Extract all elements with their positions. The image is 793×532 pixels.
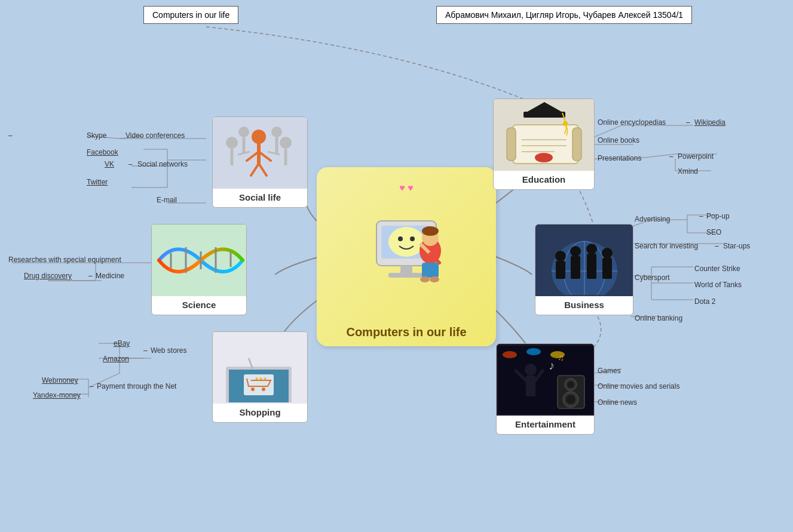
drug-label: Drug discovery [24,272,72,280]
svg-point-117 [602,248,613,259]
title-left-box: Computers in our life [143,6,238,24]
facebook-label: Facebook [87,148,118,156]
svg-rect-64 [422,263,439,278]
video-conf-label: Video conferences [125,131,185,140]
social-illustration [214,119,307,187]
xmind-label: Xmind [678,167,698,176]
title-left: Computers in our life [152,10,229,20]
science-label: Science [152,296,246,315]
news-label: Online news [598,398,637,407]
vk-label: VK [105,160,114,168]
svg-point-130 [566,395,575,404]
seo-label: SEO [706,228,721,236]
svg-rect-57 [400,266,412,273]
svg-point-91 [251,388,255,391]
svg-point-54 [388,227,424,257]
dash-drug: – [88,272,93,280]
dash-wiki: – [686,118,690,127]
svg-rect-118 [602,258,612,279]
entertainment-visual: ♪ ♫ [497,344,594,416]
entertainment-label: Entertainment [497,416,594,434]
presentations-label: Presentations [598,154,641,162]
shopping-label: Shopping [213,404,307,422]
svg-point-113 [570,246,581,257]
social-networks-label: Social networks [137,160,188,168]
advertising-label: Advertising [635,215,670,223]
svg-rect-112 [556,261,565,279]
center-node: ♥ ♥ Computers in our life [317,167,496,346]
twitter-label: Twitter [87,178,108,186]
svg-point-128 [567,381,574,388]
svg-text:★★★: ★★★ [255,376,267,382]
webmoney-label: Webmoney [42,376,78,385]
business-node: Business [535,224,633,315]
svg-point-132 [526,348,541,355]
svg-point-77 [238,127,249,137]
business-visual [535,225,633,296]
popup-label: Pop-up [706,212,730,220]
svg-rect-114 [571,256,580,279]
social-visual [213,117,307,189]
svg-point-102 [535,153,553,162]
title-right: Абрамович Михаил, Цигляр Игорь, Чубарев … [445,10,683,20]
svg-rect-58 [388,273,424,278]
business-label: Business [535,296,633,315]
svg-point-65 [420,276,430,282]
svg-line-25 [593,125,621,137]
dota2-label: Dota 2 [694,297,715,306]
games-label: Games [598,367,621,375]
web-stores-label: Web stores [151,346,186,355]
movies-label: Online movies and serials [598,382,679,390]
online-banking-label: Online banking [635,314,682,322]
search-invest-label: Search for investing [635,242,698,250]
business-illustration [537,226,632,295]
social-label: Social life [213,189,307,207]
entertainment-illustration: ♪ ♫ [498,346,593,414]
svg-point-61 [422,226,439,236]
science-illustration [153,226,246,295]
research-label: Researches with special equipment [8,256,121,264]
svg-rect-116 [587,254,596,279]
svg-rect-121 [526,376,535,396]
svg-point-56 [410,236,415,241]
education-illustration [495,101,593,170]
education-visual [494,99,594,171]
social-life-node: Social life [212,116,308,208]
amazon-label: Amazon [103,355,129,363]
online-books-label: Online books [598,136,639,144]
center-label: Computers in our life [346,325,466,339]
dash-vk: – [128,160,133,168]
shopping-illustration: ★★★ [214,334,307,402]
dash-payment: – [90,382,94,390]
dash-popup: – [699,212,703,220]
entertainment-node: ♪ ♫ Entertainment [496,343,595,435]
svg-point-75 [280,137,292,149]
payment-label: Payment through the Net [97,382,176,390]
skype-label: Skype [87,131,106,140]
svg-point-79 [271,127,282,137]
svg-point-73 [226,137,238,149]
svg-rect-97 [507,128,516,161]
svg-point-67 [252,130,266,144]
science-visual [152,225,246,296]
world-of-tanks-label: World of Tanks [694,281,742,289]
svg-text:♪: ♪ [549,359,555,372]
svg-line-72 [259,164,267,176]
science-node: Science [151,224,247,315]
yandex-label: Yandex-money [33,391,81,399]
counter-strike-label: Counter Strike [694,265,740,273]
online-enc-label: Online encyclopedias [598,118,666,127]
svg-point-131 [503,351,517,358]
shopping-node: ★★★ Shopping [212,331,308,423]
shopping-visual: ★★★ [213,332,307,404]
svg-point-120 [525,364,537,376]
email-label: E-mail [157,196,177,204]
medicine-label: Medicine [96,272,124,280]
ebay-label: eBay [114,339,130,348]
dash-skype: – [8,131,13,140]
center-illustration: ♥ ♥ [353,173,460,293]
dash-startups: – [715,242,719,250]
education-label: Education [494,171,594,189]
title-right-box: Абрамович Михаил, Цигляр Игорь, Чубарев … [436,6,692,24]
startups-label: Star-ups [723,242,750,250]
